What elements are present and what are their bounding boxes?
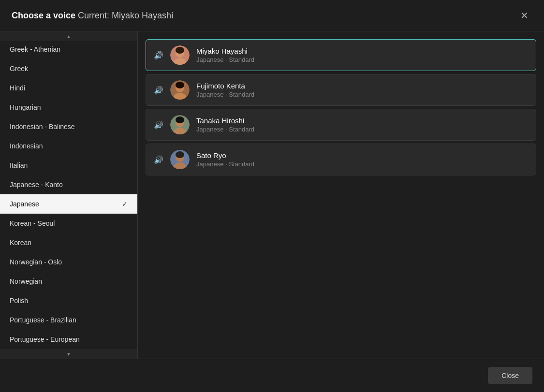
svg-point-7 bbox=[176, 82, 184, 88]
sidebar-label-indonesian: Indonesian bbox=[10, 142, 43, 150]
voice-name: Tanaka Hiroshi bbox=[196, 116, 254, 125]
scroll-down-arrow[interactable]: ▼ bbox=[0, 349, 137, 359]
sidebar-item-japanese[interactable]: Japanese✓ bbox=[0, 194, 137, 214]
sidebar-label-greek-athenian: Greek - Athenian bbox=[10, 45, 60, 53]
sidebar-item-korean-seoul[interactable]: Korean - Seoul bbox=[0, 214, 137, 233]
sidebar-item-indonesian-balinese[interactable]: Indonesian - Balinese bbox=[0, 117, 137, 136]
sidebar-label-italian: Italian bbox=[10, 161, 28, 169]
voice-info: Tanaka HiroshiJapanese · Standard bbox=[196, 116, 254, 133]
dialog-footer: Close bbox=[0, 359, 544, 392]
sidebar-label-greek: Greek bbox=[10, 65, 28, 73]
speaker-icon: 🔊 bbox=[154, 155, 163, 164]
sidebar-label-norwegian-oslo: Norwegian - Oslo bbox=[10, 258, 62, 266]
voice-avatar bbox=[170, 150, 190, 169]
sidebar-item-korean[interactable]: Korean bbox=[0, 233, 137, 252]
dialog-body: ▲ Greek - AthenianGreekHindiHungarianInd… bbox=[0, 31, 544, 359]
voice-info: Sato RyoJapanese · Standard bbox=[196, 151, 254, 168]
voice-card-sato-ryo[interactable]: 🔊 Sato RyoJapanese · Standard bbox=[146, 144, 536, 175]
sidebar-label-japanese-kanto: Japanese - Kanto bbox=[10, 181, 63, 189]
sidebar-label-portuguese-brazilian: Portuguese - Brazilian bbox=[10, 316, 76, 324]
speaker-icon: 🔊 bbox=[154, 51, 163, 60]
voice-name: Sato Ryo bbox=[196, 151, 254, 160]
sidebar-label-hungarian: Hungarian bbox=[10, 103, 41, 111]
sidebar-label-portuguese-european: Portuguese - European bbox=[10, 335, 80, 343]
svg-point-11 bbox=[176, 116, 184, 123]
voice-card-fujimoto-kenta[interactable]: 🔊 Fujimoto KentaJapanese · Standard bbox=[146, 74, 536, 106]
dialog-title: Choose a voice Current: Miyako Hayashi bbox=[12, 11, 173, 21]
speaker-icon: 🔊 bbox=[154, 120, 163, 130]
svg-point-3 bbox=[176, 47, 184, 54]
sidebar-item-greek[interactable]: Greek bbox=[0, 59, 137, 78]
svg-point-15 bbox=[176, 151, 184, 158]
voice-avatar bbox=[170, 45, 190, 65]
sidebar-label-indonesian-balinese: Indonesian - Balinese bbox=[10, 123, 75, 131]
voice-avatar bbox=[170, 80, 190, 100]
dialog-title-text: Choose a voice bbox=[12, 11, 75, 20]
voice-language: Japanese · Standard bbox=[196, 91, 254, 98]
sidebar-label-norwegian: Norwegian bbox=[10, 277, 42, 285]
check-icon: ✓ bbox=[122, 200, 128, 208]
sidebar-label-japanese: Japanese bbox=[10, 200, 39, 208]
current-voice-label: Current: Miyako Hayashi bbox=[78, 11, 173, 20]
voice-info: Fujimoto KentaJapanese · Standard bbox=[196, 82, 254, 98]
sidebar-label-korean-seoul: Korean - Seoul bbox=[10, 219, 55, 227]
voice-card-tanaka-hiroshi[interactable]: 🔊 Tanaka HiroshiJapanese · Standard bbox=[146, 109, 536, 141]
sidebar-label-polish: Polish bbox=[10, 297, 28, 305]
sidebar-item-hindi[interactable]: Hindi bbox=[0, 78, 137, 98]
speaker-icon: 🔊 bbox=[154, 86, 163, 95]
sidebar-label-hindi: Hindi bbox=[10, 84, 25, 92]
dialog-header: Choose a voice Current: Miyako Hayashi ✕ bbox=[0, 0, 544, 31]
voice-language: Japanese · Standard bbox=[196, 126, 254, 133]
voice-name: Fujimoto Kenta bbox=[196, 82, 254, 90]
voice-avatar bbox=[170, 115, 190, 134]
voice-info: Miyako HayashiJapanese · Standard bbox=[196, 47, 254, 63]
scroll-up-arrow[interactable]: ▲ bbox=[0, 31, 137, 41]
voice-list: 🔊 Miyako HayashiJapanese · Standard🔊 Fuj… bbox=[138, 31, 544, 359]
voice-name: Miyako Hayashi bbox=[196, 47, 254, 55]
sidebar-item-portuguese-european[interactable]: Portuguese - European bbox=[0, 330, 137, 349]
sidebar-item-indonesian[interactable]: Indonesian bbox=[0, 136, 137, 156]
voice-language: Japanese · Standard bbox=[196, 56, 254, 63]
sidebar-item-hungarian[interactable]: Hungarian bbox=[0, 98, 137, 117]
sidebar-item-polish[interactable]: Polish bbox=[0, 291, 137, 310]
sidebar-item-italian[interactable]: Italian bbox=[0, 156, 137, 175]
sidebar-item-norwegian-oslo[interactable]: Norwegian - Oslo bbox=[0, 252, 137, 272]
choose-voice-dialog: Choose a voice Current: Miyako Hayashi ✕… bbox=[0, 0, 544, 392]
sidebar-item-japanese-kanto[interactable]: Japanese - Kanto bbox=[0, 175, 137, 194]
sidebar-label-korean: Korean bbox=[10, 239, 31, 247]
sidebar-item-portuguese-brazilian[interactable]: Portuguese - Brazilian bbox=[0, 310, 137, 330]
language-sidebar: ▲ Greek - AthenianGreekHindiHungarianInd… bbox=[0, 31, 138, 359]
sidebar-item-norwegian[interactable]: Norwegian bbox=[0, 272, 137, 291]
language-list: Greek - AthenianGreekHindiHungarianIndon… bbox=[0, 41, 137, 349]
voice-card-miyako-hayashi[interactable]: 🔊 Miyako HayashiJapanese · Standard bbox=[146, 39, 536, 71]
voice-language: Japanese · Standard bbox=[196, 160, 254, 168]
close-dialog-button[interactable]: Close bbox=[488, 367, 532, 384]
sidebar-item-greek-athenian[interactable]: Greek - Athenian bbox=[0, 41, 137, 59]
header-close-button[interactable]: ✕ bbox=[516, 9, 532, 22]
